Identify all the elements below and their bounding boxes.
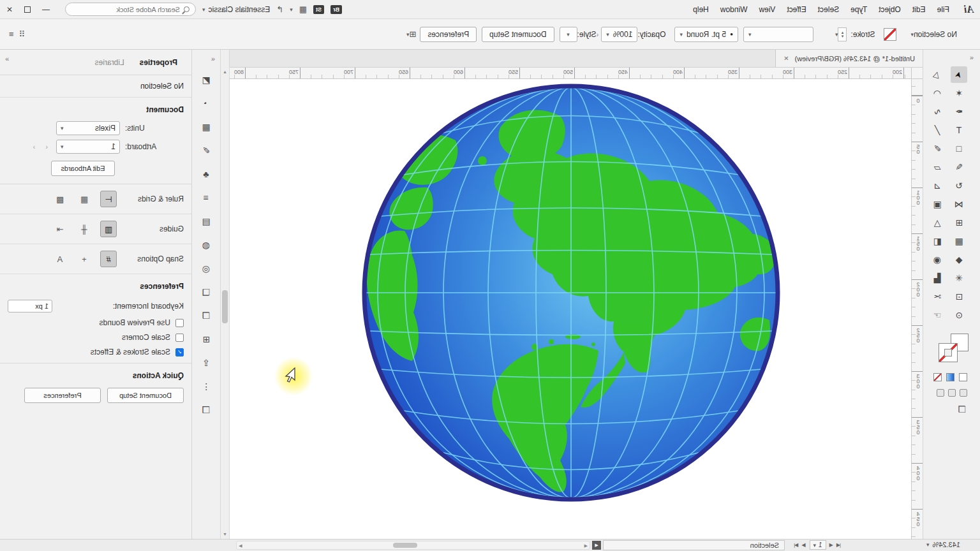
swatches-panel-icon[interactable]: ▦ xyxy=(198,119,214,135)
tool-selection[interactable]: ➤ xyxy=(951,66,967,83)
color-button[interactable] xyxy=(959,373,967,381)
horizontal-scroll-thumb[interactable] xyxy=(393,543,417,548)
color-guide-panel-icon[interactable]: ◔ xyxy=(198,95,214,112)
horizontal-ruler[interactable]: 200250300350400450500550600650700750800 xyxy=(230,68,911,79)
collapse-tools-icon[interactable]: « xyxy=(970,54,974,61)
maximize-button[interactable] xyxy=(24,6,31,13)
snap-to-glyph-button[interactable]: A xyxy=(52,251,68,267)
tool-line-segment[interactable]: ╱ xyxy=(929,122,946,138)
menu-item[interactable]: Object xyxy=(873,5,907,14)
none-button[interactable] xyxy=(933,373,942,381)
toggle-transparency-grid-button[interactable]: ▩ xyxy=(52,191,68,207)
tool-type[interactable]: T xyxy=(951,122,967,138)
artboards-panel-icon[interactable]: ⊞ xyxy=(198,331,214,348)
quick-document-setup-button[interactable]: Document Setup xyxy=(107,388,184,403)
tool-symbol-sprayer[interactable]: ✳ xyxy=(951,270,967,286)
close-tab-icon[interactable]: ✕ xyxy=(783,55,789,62)
document-setup-button[interactable]: Document Setup xyxy=(482,27,554,42)
symbols-panel-icon[interactable]: ♣ xyxy=(198,166,214,182)
chevron-down-icon[interactable]: ▾ xyxy=(835,31,838,38)
keyboard-increment-input[interactable] xyxy=(8,300,52,312)
chevron-down-icon[interactable]: ▾ xyxy=(910,31,914,38)
canvas-surface[interactable] xyxy=(230,79,911,539)
units-select[interactable]: Pixels ▾ xyxy=(56,121,120,135)
gradient-button[interactable] xyxy=(946,373,954,381)
tool-direct-selection[interactable]: ▷ xyxy=(929,66,946,83)
appearance-panel-icon[interactable]: ◎ xyxy=(198,260,214,277)
lock-guides-button[interactable]: ╫ xyxy=(76,221,93,237)
tool-lasso[interactable]: ◠ xyxy=(929,85,946,101)
toggle-rulers-button[interactable]: ⊢ xyxy=(100,191,117,207)
tool-scale[interactable]: ⊿ xyxy=(929,177,946,194)
vertical-scrollbar[interactable]: ▲ ▼ xyxy=(220,50,230,539)
last-artboard-button[interactable]: ▶| xyxy=(794,542,798,548)
stroke-color-swatch[interactable] xyxy=(884,28,896,41)
ruler-origin-corner[interactable] xyxy=(911,68,923,79)
preferences-button[interactable]: Preferences xyxy=(420,27,477,42)
preference-checkbox-row[interactable]: ✓ Scale Corners xyxy=(8,333,184,342)
tool-status[interactable]: Selection xyxy=(603,540,785,550)
align-panel-icon[interactable]: ⋮ xyxy=(198,378,214,395)
stroke-weight-stepper[interactable]: ▲▼ xyxy=(838,27,847,41)
toggle-grid-button[interactable]: ▦ xyxy=(76,191,93,207)
width-profile-select[interactable]: ▾ xyxy=(743,27,813,42)
stroke-swatch[interactable] xyxy=(939,343,958,362)
tool-blend[interactable]: ◉ xyxy=(929,251,946,268)
prev-artboard-button[interactable]: ◀ xyxy=(830,542,833,548)
globe-illustration[interactable] xyxy=(357,79,785,506)
stroke-panel-icon[interactable]: ≡ xyxy=(198,189,214,206)
menu-item[interactable]: View xyxy=(754,5,782,14)
scroll-left-icon[interactable]: ◀ xyxy=(584,543,588,548)
tool-perspective-grid[interactable]: △ xyxy=(929,214,946,231)
checkbox[interactable]: ✓ xyxy=(175,334,184,342)
tool-curvature[interactable]: ∿ xyxy=(929,103,946,120)
first-artboard-button[interactable]: |◀ xyxy=(837,542,841,548)
panel-arrow-icon[interactable]: ‹ xyxy=(597,31,599,38)
tab-properties[interactable]: Properties xyxy=(133,55,184,70)
tool-paintbrush[interactable]: ✐ xyxy=(929,140,946,157)
tool-mesh[interactable]: ▦ xyxy=(951,233,967,249)
document-tab[interactable]: Untitled-1* @ 143.24% (RGB/Preview) ✕ xyxy=(775,50,923,67)
tool-magic-wand[interactable]: ✶ xyxy=(951,85,967,101)
search-box[interactable] xyxy=(65,3,196,16)
menu-item[interactable]: Help xyxy=(687,5,715,14)
pathfinder-panel-icon[interactable]: ❒ xyxy=(198,402,214,418)
scroll-left-button[interactable]: ◀ xyxy=(592,541,601,550)
vertical-ruler[interactable]: 050100150200250300350400450 xyxy=(911,79,923,539)
transparency-panel-icon[interactable]: ◍ xyxy=(198,237,214,253)
tool-width[interactable]: ⋈ xyxy=(951,196,967,212)
hamburger-menu-icon[interactable]: ≡ xyxy=(9,29,14,39)
scroll-down-icon[interactable]: ▼ xyxy=(223,532,227,536)
minimize-button[interactable]: — xyxy=(42,5,50,14)
next-artboard-icon[interactable]: › xyxy=(33,143,36,151)
color-panel-icon[interactable]: ◩ xyxy=(198,71,214,88)
tool-rectangle[interactable]: □ xyxy=(951,140,967,157)
next-artboard-button[interactable]: ▶ xyxy=(802,542,805,548)
preference-checkbox-row[interactable]: ✓ Use Preview Bounds xyxy=(8,318,184,327)
draw-behind-button[interactable] xyxy=(948,389,956,397)
collapse-dock-icon[interactable]: » xyxy=(5,55,9,62)
tool-slice[interactable]: ✂ xyxy=(929,288,946,305)
draw-inside-button[interactable] xyxy=(937,389,944,397)
tool-pen[interactable]: ✒ xyxy=(951,103,967,120)
search-input[interactable] xyxy=(84,6,180,13)
tool-hand[interactable]: ☞ xyxy=(929,307,946,323)
tool-eraser[interactable]: ▱ xyxy=(929,159,946,175)
draw-normal-button[interactable] xyxy=(960,389,967,397)
horizontal-scrollbar[interactable]: ◀ ▶ xyxy=(236,541,590,550)
menu-item[interactable]: Window xyxy=(715,5,754,14)
grid-options-icon[interactable]: ⠿ xyxy=(19,29,26,39)
menu-item[interactable]: Edit xyxy=(907,5,932,14)
menu-item[interactable]: File xyxy=(932,5,955,14)
workspace-switcher[interactable]: Essentials Classic ▾ xyxy=(202,5,270,14)
menu-item[interactable]: Type xyxy=(845,5,873,14)
graphic-styles-panel-icon[interactable]: ❏ xyxy=(198,284,214,300)
layers-panel-icon[interactable]: ❐ xyxy=(198,307,214,324)
prev-artboard-icon[interactable]: ‹ xyxy=(45,143,48,151)
tool-gradient[interactable]: ◧ xyxy=(929,233,946,249)
tool-zoom[interactable]: ⊙ xyxy=(951,307,967,323)
tool-shape-builder[interactable]: ⊞ xyxy=(951,214,967,231)
snap-to-point-button[interactable]: + xyxy=(76,251,93,267)
checkbox[interactable]: ✓ xyxy=(175,348,184,356)
opacity-select[interactable]: 100% ▾ xyxy=(601,27,637,42)
